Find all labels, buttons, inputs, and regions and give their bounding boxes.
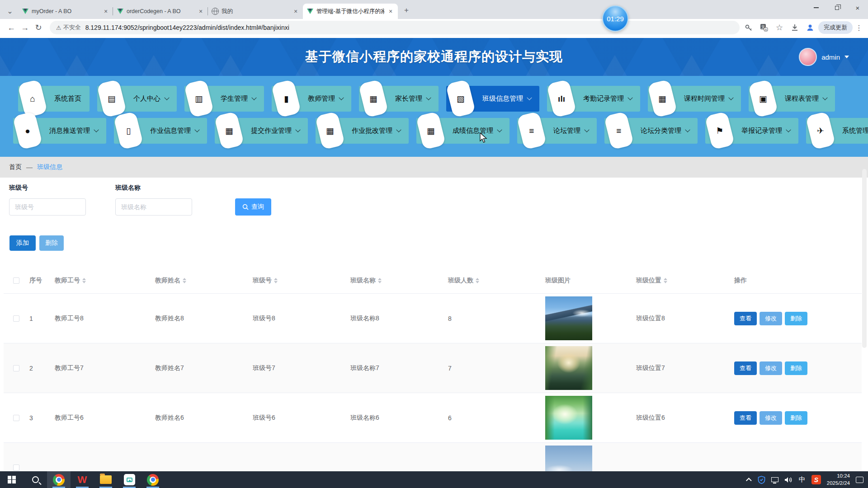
sort-carets-icon[interactable] xyxy=(664,276,667,285)
taskbar-search-button[interactable] xyxy=(24,471,47,488)
avatar[interactable] xyxy=(799,48,817,66)
view-button[interactable]: 查看 xyxy=(734,361,757,375)
taskbar-screenshot-tool[interactable] xyxy=(118,471,141,488)
chrome-update-button[interactable]: 完成更新 xyxy=(818,21,853,34)
nav-item[interactable]: ▮教师管理 xyxy=(272,86,351,112)
nav-item[interactable]: ≡论坛管理 xyxy=(517,118,597,144)
row-checkbox[interactable] xyxy=(13,465,19,471)
column-header[interactable]: 班级位置 xyxy=(634,274,732,287)
delete-row-button[interactable]: 删除 xyxy=(785,411,807,425)
taskbar-wps[interactable]: W xyxy=(71,471,94,488)
nav-item[interactable]: ▦作业批改管理 xyxy=(316,118,409,144)
edit-button[interactable]: 修改 xyxy=(760,361,782,375)
delete-row-button[interactable]: 删除 xyxy=(785,361,807,375)
url-text[interactable]: 8.129.11.174:9052/springboot14ey2223/adm… xyxy=(85,24,289,31)
sort-carets-icon[interactable] xyxy=(82,276,86,285)
download-icon[interactable] xyxy=(790,23,799,32)
ime-indicator[interactable]: 中 xyxy=(799,475,806,484)
column-header[interactable]: 教师姓名 xyxy=(153,274,250,287)
edit-button[interactable]: 修改 xyxy=(760,312,782,325)
browser-tab[interactable]: myOrder - A BO× xyxy=(18,4,113,19)
restore-button[interactable] xyxy=(826,0,847,15)
taskbar-chrome-2[interactable] xyxy=(141,471,165,488)
nav-item[interactable]: ▧班级信息管理 xyxy=(446,86,539,112)
teacher-id: 教师工号6 xyxy=(52,412,153,424)
tab-close-icon[interactable]: × xyxy=(197,8,204,15)
browser-tab[interactable]: 管理端-基于微信小程序的家校× xyxy=(303,4,398,19)
profile-icon[interactable] xyxy=(806,23,815,32)
date: 2025/2/24 xyxy=(827,480,850,486)
security-shield-icon[interactable] xyxy=(758,476,765,484)
network-icon[interactable] xyxy=(771,477,778,482)
translate-icon[interactable]: 文A xyxy=(760,23,769,32)
nav-item[interactable]: ⌂系统首页 xyxy=(18,86,90,112)
nav-item[interactable]: ▤个人中心 xyxy=(97,86,177,112)
tab-close-icon[interactable]: × xyxy=(387,8,394,15)
edit-button[interactable]: 修改 xyxy=(760,411,782,425)
add-button[interactable]: 添加 xyxy=(9,235,36,251)
nav-item[interactable]: ▦成绩信息管理 xyxy=(416,118,509,144)
delete-button[interactable]: 删除 xyxy=(39,235,64,251)
tab-close-icon[interactable]: × xyxy=(102,8,109,15)
nav-item[interactable]: ▯作业信息管理 xyxy=(114,118,207,144)
security-chip[interactable]: ⚠不安全 xyxy=(56,23,81,32)
nav-item[interactable]: ▦家长管理 xyxy=(359,86,439,112)
class-name-input[interactable] xyxy=(115,198,192,216)
column-header[interactable]: 教师工号 xyxy=(52,274,153,287)
class-photo xyxy=(545,296,592,340)
close-button[interactable]: × xyxy=(847,0,868,15)
recording-timer-badge[interactable]: 01:29 xyxy=(602,5,628,32)
scrollbar-track[interactable] xyxy=(862,169,867,348)
view-button[interactable]: 查看 xyxy=(734,411,757,425)
user-menu[interactable]: admin xyxy=(799,38,849,76)
sort-carets-icon[interactable] xyxy=(183,276,186,285)
nav-item[interactable]: ▦提交作业管理 xyxy=(215,118,308,144)
forward-icon[interactable]: → xyxy=(18,21,32,34)
nav-item[interactable]: ▥学生管理 xyxy=(184,86,264,112)
refresh-icon[interactable]: ↻ xyxy=(32,21,45,34)
table-row: 3教师工号6教师姓名6班级号6班级名称66班级位置6查看修改删除 xyxy=(4,393,862,443)
taskbar-chrome-active[interactable] xyxy=(47,471,71,488)
column-header[interactable]: 班级名称 xyxy=(348,274,446,287)
nav-item-label: 个人中心 xyxy=(133,94,160,103)
tab-close-icon[interactable]: × xyxy=(292,8,299,15)
nav-item[interactable]: ılı考勤记录管理 xyxy=(547,86,640,112)
row-checkbox[interactable] xyxy=(13,365,19,371)
row-checkbox[interactable] xyxy=(13,415,19,421)
class-no-input[interactable] xyxy=(9,198,86,216)
sort-carets-icon[interactable] xyxy=(476,276,479,285)
nav-item[interactable]: ≡论坛分类管理 xyxy=(604,118,698,144)
sort-carets-icon[interactable] xyxy=(378,276,382,285)
tab-list-chevron-icon[interactable]: ⌄ xyxy=(4,5,16,17)
address-bar[interactable]: ⚠不安全 8.129.11.174:9052/springboot14ey222… xyxy=(50,21,740,34)
row-checkbox[interactable] xyxy=(13,315,19,322)
breadcrumb-home[interactable]: 首页 xyxy=(9,163,22,171)
sogou-icon[interactable]: S xyxy=(811,475,821,484)
column-header[interactable]: 班级号 xyxy=(250,274,348,287)
volume-icon[interactable] xyxy=(784,476,793,483)
view-button[interactable]: 查看 xyxy=(734,312,757,325)
start-button[interactable] xyxy=(0,471,24,488)
column-header[interactable]: 班级人数 xyxy=(446,274,543,287)
menu-kebab-icon[interactable]: ⋮ xyxy=(854,23,863,32)
tray-expand-icon[interactable] xyxy=(746,478,752,483)
taskbar-file-explorer[interactable] xyxy=(94,471,118,488)
new-tab-button[interactable]: + xyxy=(401,5,412,16)
select-all-checkbox[interactable] xyxy=(13,277,19,284)
notification-center-icon[interactable] xyxy=(856,477,863,483)
nav-item[interactable]: ⚑举报记录管理 xyxy=(705,118,798,144)
nav-item[interactable]: ▦课程时间管理 xyxy=(648,86,741,112)
nav-item[interactable]: ✈系统管理 xyxy=(806,118,868,144)
nav-item[interactable]: ●消息推送管理 xyxy=(13,118,106,144)
password-key-icon[interactable] xyxy=(744,23,753,32)
browser-tab[interactable]: orderCodegen - A BO× xyxy=(113,4,208,19)
sort-carets-icon[interactable] xyxy=(274,276,278,285)
browser-tab[interactable]: 我的× xyxy=(208,4,303,19)
taskbar-clock[interactable]: 10:242025/2/24 xyxy=(827,473,850,487)
nav-item[interactable]: ▣课程表管理 xyxy=(749,86,835,112)
delete-row-button[interactable]: 删除 xyxy=(785,312,807,325)
bookmark-star-icon[interactable]: ☆ xyxy=(775,23,784,32)
query-button[interactable]: 查询 xyxy=(235,198,271,216)
back-icon[interactable]: ← xyxy=(5,21,18,34)
minimize-button[interactable] xyxy=(806,0,826,15)
